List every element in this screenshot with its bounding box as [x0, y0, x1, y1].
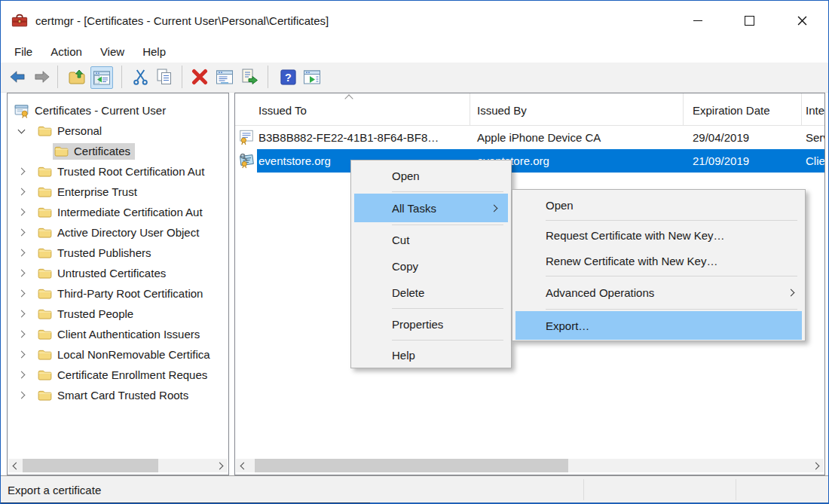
menu-item-label: All Tasks: [392, 202, 436, 215]
forward-icon: [33, 69, 51, 85]
tree-item-label: Client Authentication Issuers: [57, 328, 200, 341]
chevron-right-icon[interactable]: [17, 350, 26, 359]
export-list-button[interactable]: [240, 67, 259, 87]
menu-file[interactable]: File: [5, 42, 41, 61]
toolbar-separator: [268, 66, 268, 88]
chevron-right-icon[interactable]: [17, 188, 26, 197]
column-header-expiration-date[interactable]: Expiration Date: [693, 93, 770, 125]
column-divider[interactable]: [683, 93, 684, 125]
scroll-right-arrow[interactable]: [214, 459, 228, 472]
certmgr-window: certmgr - [Certificates - Current User\P…: [0, 0, 829, 504]
certificate-row[interactable]: B3B8B882-FE22-41B1-8F64-BF8… Apple iPhon…: [235, 126, 824, 149]
context-menu-item-all-tasks[interactable]: All Tasks: [354, 194, 508, 222]
chevron-right-icon[interactable]: [17, 208, 26, 217]
new-window-icon: [303, 68, 321, 86]
chevron-right-icon[interactable]: [17, 167, 26, 176]
tree-item-untrusted-certificates[interactable]: Untrusted Certificates: [8, 263, 228, 283]
back-button[interactable]: [8, 67, 27, 87]
submenu-item-export[interactable]: Export…: [515, 311, 802, 340]
tree-item-trusted-root[interactable]: Trusted Root Certification Aut: [8, 161, 228, 182]
tree-item-local-nonremovable[interactable]: Local NonRemovable Certifica: [8, 344, 228, 365]
tree-item-label: Certificates - Current User: [35, 104, 166, 117]
chevron-right-icon[interactable]: [17, 228, 26, 237]
scrollbar-thumb[interactable]: [23, 459, 158, 472]
close-button[interactable]: [777, 2, 827, 39]
folder-icon: [38, 288, 52, 299]
show-console-tree-button[interactable]: [90, 66, 113, 89]
maximize-button[interactable]: [724, 2, 774, 39]
tree-item-trusted-publishers[interactable]: Trusted Publishers: [8, 243, 228, 263]
delete-button[interactable]: [190, 67, 210, 87]
up-one-level-button[interactable]: [67, 67, 87, 87]
scrollbar-thumb[interactable]: [255, 459, 568, 472]
chevron-right-icon[interactable]: [17, 269, 26, 278]
column-divider[interactable]: [801, 93, 802, 125]
tree-item-label: Third-Party Root Certification: [57, 287, 203, 300]
chevron-down-icon[interactable]: [17, 127, 26, 136]
list-header: Issued To Issued By Expiration Date Inte: [235, 93, 824, 126]
minimize-button[interactable]: [673, 2, 723, 39]
context-menu-item-help[interactable]: Help: [351, 342, 511, 368]
chevron-right-icon[interactable]: [17, 371, 26, 380]
list-horizontal-scrollbar[interactable]: [236, 459, 824, 472]
scroll-left-arrow[interactable]: [236, 459, 249, 472]
folder-icon: [54, 145, 69, 157]
chevron-right-icon[interactable]: [17, 391, 26, 400]
context-menu-item-delete[interactable]: Delete: [351, 279, 511, 306]
scroll-left-arrow[interactable]: [8, 459, 22, 472]
tree-item-client-auth-issuers[interactable]: Client Authentication Issuers: [8, 324, 228, 344]
show-console-tree-icon: [93, 69, 111, 87]
chevron-right-icon[interactable]: [17, 330, 26, 339]
tree-item-personal[interactable]: Personal: [8, 121, 228, 141]
context-menu-item-open[interactable]: Open: [351, 163, 511, 189]
tree-horizontal-scrollbar[interactable]: [8, 459, 228, 472]
certificate-row-selected[interactable]: eventstore.org eventstore.org 21/09/2019…: [235, 149, 824, 173]
context-menu-item-cut[interactable]: Cut: [351, 227, 511, 253]
chevron-right-icon[interactable]: [17, 289, 26, 298]
context-menu-item-properties[interactable]: Properties: [351, 310, 511, 338]
submenu-item-advanced-operations[interactable]: Advanced Operations: [512, 278, 805, 307]
menu-help[interactable]: Help: [133, 42, 175, 61]
menu-separator: [546, 276, 797, 276]
cell-intended-purposes: Clie: [806, 149, 825, 173]
chevron-right-icon[interactable]: [17, 249, 26, 258]
new-window-button[interactable]: [302, 67, 322, 87]
menu-separator: [392, 340, 503, 341]
scroll-right-arrow[interactable]: [810, 459, 824, 472]
tree-item-certificates[interactable]: Certificates: [8, 141, 228, 161]
folder-icon: [38, 328, 52, 340]
copy-button[interactable]: [154, 67, 174, 87]
back-icon: [8, 69, 26, 85]
cell-expiration-date: 29/04/2019: [693, 126, 749, 149]
column-header-intended-purposes[interactable]: Inte: [806, 93, 824, 125]
tree-item-enterprise-trust[interactable]: Enterprise Trust: [8, 182, 228, 202]
folder-icon: [38, 125, 52, 136]
column-header-issued-by[interactable]: Issued By: [477, 93, 527, 125]
menu-action[interactable]: Action: [41, 42, 91, 61]
forward-button[interactable]: [32, 67, 52, 87]
tree-item-root[interactable]: Certificates - Current User: [8, 100, 228, 121]
tree-item-smart-card-roots[interactable]: Smart Card Trusted Roots: [8, 385, 228, 405]
up-one-level-icon: [68, 68, 86, 86]
tree-item-ad-user-object[interactable]: Active Directory User Object: [8, 222, 228, 243]
help-button[interactable]: [278, 67, 298, 87]
tree-item-cert-enrollment-requests[interactable]: Certificate Enrollment Reques: [8, 365, 228, 385]
folder-icon: [38, 389, 52, 401]
cell-expiration-date: 21/09/2019: [693, 149, 749, 173]
certmgr-app-icon: [11, 12, 29, 29]
menu-view[interactable]: View: [91, 42, 133, 61]
tree-item-trusted-people[interactable]: Trusted People: [8, 304, 228, 324]
column-header-issued-to[interactable]: Issued To: [258, 93, 307, 125]
submenu-item-open[interactable]: Open: [512, 192, 805, 218]
tree-item-intermediate[interactable]: Intermediate Certification Aut: [8, 202, 228, 222]
submenu-item-renew-certificate[interactable]: Renew Certificate with New Key…: [512, 248, 805, 273]
chevron-right-icon[interactable]: [17, 310, 26, 319]
tree-item-third-party-root[interactable]: Third-Party Root Certification: [8, 283, 228, 304]
column-divider[interactable]: [470, 93, 470, 125]
context-menu-item-copy[interactable]: Copy: [351, 253, 511, 279]
close-icon: [797, 16, 807, 26]
cut-button[interactable]: [130, 67, 150, 87]
folder-icon: [38, 227, 52, 238]
submenu-item-request-certificate[interactable]: Request Certificate with New Key…: [512, 222, 805, 248]
properties-button[interactable]: [215, 67, 234, 87]
